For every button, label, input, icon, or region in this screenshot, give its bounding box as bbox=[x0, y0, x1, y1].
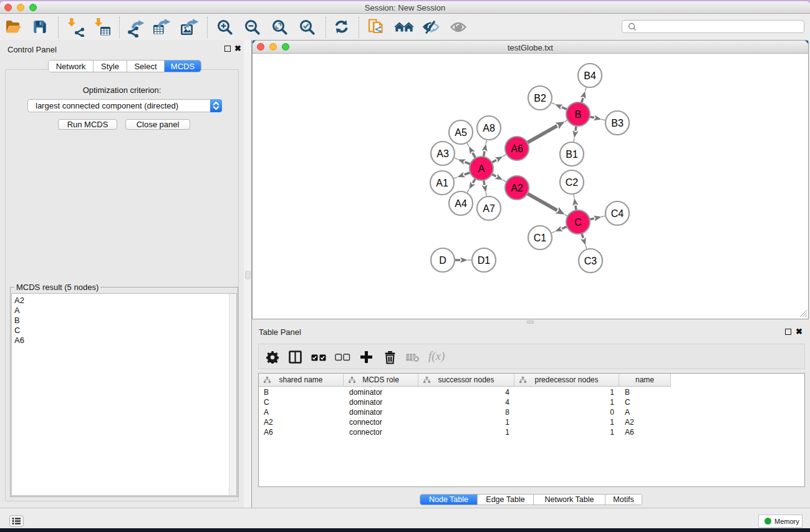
svg-text:D1: D1 bbox=[478, 255, 491, 266]
svg-text:A7: A7 bbox=[483, 203, 495, 214]
svg-text:C4: C4 bbox=[611, 208, 624, 219]
svg-text:B: B bbox=[574, 109, 581, 120]
svg-text:D: D bbox=[439, 255, 446, 266]
svg-text:B4: B4 bbox=[584, 70, 596, 81]
svg-text:A5: A5 bbox=[455, 127, 467, 138]
svg-text:C2: C2 bbox=[566, 177, 579, 188]
svg-text:A8: A8 bbox=[483, 123, 495, 133]
svg-text:A1: A1 bbox=[436, 178, 448, 188]
svg-text:B1: B1 bbox=[566, 149, 578, 160]
svg-text:A4: A4 bbox=[455, 198, 467, 209]
svg-text:B3: B3 bbox=[611, 118, 624, 128]
svg-text:B2: B2 bbox=[534, 93, 546, 104]
svg-text:C: C bbox=[574, 216, 582, 228]
svg-text:A3: A3 bbox=[436, 148, 449, 159]
svg-text:C1: C1 bbox=[534, 233, 547, 243]
svg-text:A6: A6 bbox=[511, 143, 523, 154]
svg-text:C3: C3 bbox=[584, 256, 597, 266]
svg-text:A2: A2 bbox=[511, 183, 523, 193]
svg-text:A: A bbox=[478, 163, 485, 174]
